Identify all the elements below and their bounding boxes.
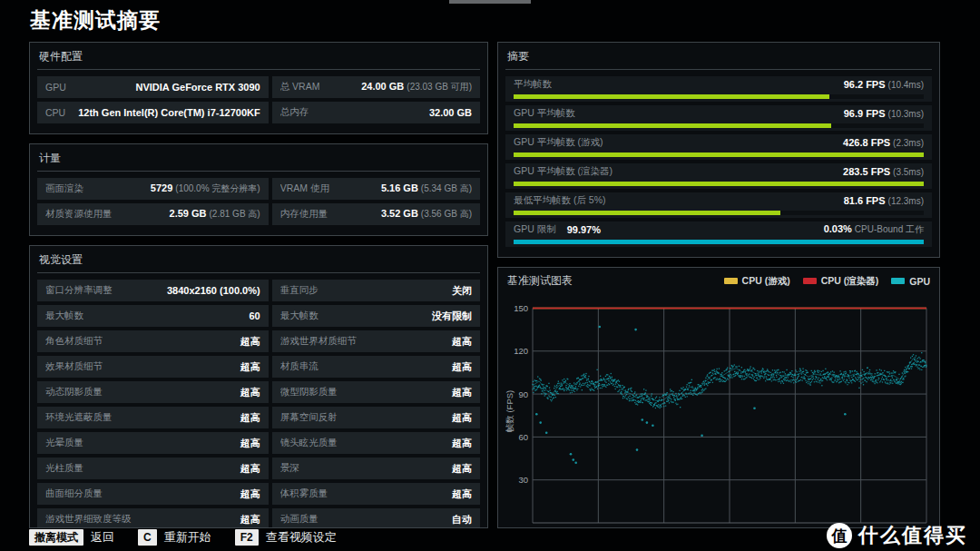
- hardware-cell-value: 24.00 GB(23.03 GB 可用): [361, 81, 472, 93]
- visual-setting-cell-value: 超高: [452, 462, 472, 476]
- summary-fps-bar: [514, 153, 924, 157]
- svg-text:90: 90: [518, 389, 528, 399]
- visual-setting-cell-label: 游戏世界材质细节: [280, 335, 357, 348]
- setting-row: 材质资源使用量2.59 GB(2.81 GB 高)内存使用量3.52 GB(3.…: [37, 203, 480, 225]
- visual-setting-cell: 游戏世界材质细节超高: [272, 330, 480, 352]
- footer-action-1[interactable]: C重新开始: [138, 529, 211, 546]
- key-badge: 撤离模式: [29, 529, 83, 546]
- cpu-bound-value: 0.03%CPU-Bound 工作: [824, 223, 924, 236]
- visual-setting-cell: 游戏世界细致度等级超高: [37, 508, 269, 528]
- visual-setting-cell-value: 60: [249, 310, 260, 321]
- svg-text:0: 0: [530, 526, 534, 528]
- visual-setting-cell-label: 镜头眩光质量: [280, 437, 338, 449]
- visual-setting-cell: 材质串流超高: [272, 356, 480, 378]
- footer-action-0[interactable]: 撤离模式返回: [29, 529, 114, 546]
- visual-setting-cell-value: 超高: [452, 386, 472, 399]
- metric-cell-value: 5.16 GB(5.34 GB 高): [381, 182, 472, 195]
- visual-setting-cell: 镜头眩光质量超高: [272, 432, 480, 454]
- setting-row: CPU12th Gen Intel(R) Core(TM) i7-12700KF…: [37, 102, 480, 123]
- summary-row-value: 96.2 FPS(10.4ms): [844, 79, 924, 90]
- visual-setting-cell-value: 超高: [452, 360, 472, 374]
- visual-setting-cell: 垂直同步关闭: [272, 280, 480, 301]
- svg-text:40: 40: [790, 526, 800, 528]
- gpu-bound-label: GPU 限制: [514, 223, 556, 236]
- visual-setting-cell-value: 超高: [240, 462, 260, 476]
- visual-setting-cell: 最大帧数60: [37, 305, 269, 327]
- gpu-bound-value: 99.97%: [567, 224, 601, 235]
- hardware-cell-label: GPU: [45, 82, 66, 93]
- cpu-bound-label: CPU-Bound 工作: [855, 224, 924, 234]
- visual-setting-cell-value: 超高: [240, 437, 260, 450]
- visual-setting-cell-label: 环境光遮蔽质量: [45, 411, 113, 424]
- visual-setting-cell-value: 超高: [452, 487, 472, 501]
- footer-action-2[interactable]: F2查看视频设定: [235, 529, 337, 546]
- hardware-cell: CPU12th Gen Intel(R) Core(TM) i7-12700KF: [37, 102, 269, 123]
- metric-cell: 内存使用量3.52 GB(3.56 GB 高): [272, 203, 480, 225]
- hardware-rows: GPUNVIDIA GeForce RTX 3090总 VRAM24.00 GB…: [37, 76, 480, 127]
- visual-setting-cell-value: 自动: [452, 513, 472, 526]
- visual-setting-cell-label: 光柱质量: [45, 462, 83, 475]
- metric-cell: 画面渲染5729(100.0% 完整分辨率): [37, 178, 269, 200]
- metric-cell-label: 材质资源使用量: [45, 208, 113, 221]
- visual-setting-cell-value: 超高: [240, 513, 260, 526]
- footer-keybar: 撤离模式返回C重新开始F2查看视频设定: [29, 529, 337, 546]
- metrics-panel: 计量 画面渲染5729(100.0% 完整分辨率)VRAM 使用5.16 GB(…: [29, 143, 488, 236]
- summary-row-label: GPU 平均帧数 (游戏): [514, 136, 603, 149]
- summary-panel: 摘要 平均帧数96.2 FPS(10.4ms)GPU 平均帧数96.9 FPS(…: [497, 42, 940, 258]
- visual-setting-cell: 最大帧数没有限制: [272, 305, 480, 327]
- footer-action-label: 重新开始: [164, 529, 211, 546]
- hardware-cell-value: 12th Gen Intel(R) Core(TM) i7-12700KF: [78, 107, 260, 118]
- hardware-cell: 总 VRAM24.00 GB(23.03 GB 可用): [272, 76, 480, 98]
- visual-setting-cell-value: 超高: [452, 437, 472, 450]
- visual-settings-panel-title: 视觉设置: [37, 251, 480, 273]
- svg-text:帧数 (FPS): 帧数 (FPS): [505, 390, 514, 432]
- visual-setting-cell-label: 微型阴影质量: [280, 386, 338, 398]
- setting-row: 画面渲染5729(100.0% 完整分辨率)VRAM 使用5.16 GB(5.3…: [37, 178, 480, 200]
- visual-setting-cell-label: 垂直同步: [280, 284, 318, 297]
- visual-setting-cell-label: 曲面细分质量: [45, 487, 103, 500]
- visual-setting-cell-label: 景深: [280, 462, 299, 475]
- watermark: 值 什么值得买: [827, 522, 967, 549]
- chart-legend: CPU (游戏)CPU (渲染器)GPU: [724, 275, 930, 288]
- metric-cell-value: 2.59 GB(2.81 GB 高): [170, 208, 260, 221]
- legend-item: CPU (游戏): [724, 275, 790, 288]
- visual-setting-cell: 角色材质细节超高: [37, 330, 269, 352]
- visual-setting-cell: 动画质量自动: [272, 508, 480, 528]
- metric-cell-label: VRAM 使用: [280, 182, 329, 195]
- smzdm-logo-icon: 值: [827, 523, 852, 548]
- visual-setting-cell-label: 游戏世界细致度等级: [45, 513, 132, 526]
- hardware-panel: 硬件配置 GPUNVIDIA GeForce RTX 3090总 VRAM24.…: [29, 42, 488, 134]
- setting-row: 光晕质量超高镜头眩光质量超高: [37, 432, 480, 454]
- legend-swatch-icon: [803, 278, 817, 284]
- visual-setting-cell-label: 体积雾质量: [280, 487, 328, 500]
- summary-panel-title: 摘要: [505, 47, 932, 70]
- summary-row: 平均帧数96.2 FPS(10.4ms): [505, 76, 932, 102]
- main-columns: 硬件配置 GPUNVIDIA GeForce RTX 3090总 VRAM24.…: [0, 40, 980, 528]
- visual-setting-cell: 曲面细分质量超高: [37, 483, 269, 505]
- chart-header: 基准测试图表 CPU (游戏)CPU (渲染器)GPU: [505, 272, 932, 292]
- chart-title: 基准测试图表: [507, 273, 573, 289]
- visual-setting-cell-label: 窗口分辨率调整: [45, 284, 113, 297]
- visual-setting-cell: 窗口分辨率调整3840x2160 (100.0%): [37, 280, 269, 301]
- setting-row: 最大帧数60最大帧数没有限制: [37, 305, 480, 327]
- hardware-cell-value: NVIDIA GeForce RTX 3090: [136, 82, 260, 93]
- visual-setting-cell: 环境光遮蔽质量超高: [37, 407, 269, 428]
- key-badge: C: [138, 529, 157, 546]
- summary-row-label: GPU 平均帧数 (渲染器): [514, 165, 612, 178]
- metric-cell: 材质资源使用量2.59 GB(2.81 GB 高): [37, 203, 269, 225]
- summary-row-value: 426.8 FPS(2.3ms): [843, 137, 924, 148]
- page-title: 基准测试摘要: [0, 0, 980, 40]
- visual-setting-cell-value: 超高: [240, 386, 260, 399]
- summary-fps-bar: [514, 211, 924, 215]
- visual-setting-cell-label: 动画质量: [280, 513, 318, 526]
- summary-row-label: 平均帧数: [514, 78, 552, 91]
- svg-text:120: 120: [514, 346, 528, 356]
- visual-setting-cell-label: 屏幕空间反射: [280, 411, 338, 424]
- setting-row: 环境光遮蔽质量超高屏幕空间反射超高: [37, 407, 480, 428]
- svg-text:30: 30: [725, 526, 735, 528]
- legend-item: CPU (渲染器): [803, 275, 879, 288]
- watermark-text: 什么值得买: [858, 522, 967, 549]
- gpu-bound-row: GPU 限制 99.97% 0.03%CPU-Bound 工作: [505, 221, 932, 247]
- metric-cell: VRAM 使用5.16 GB(5.34 GB 高): [272, 178, 480, 200]
- visual-setting-cell-label: 效果材质细节: [45, 360, 103, 373]
